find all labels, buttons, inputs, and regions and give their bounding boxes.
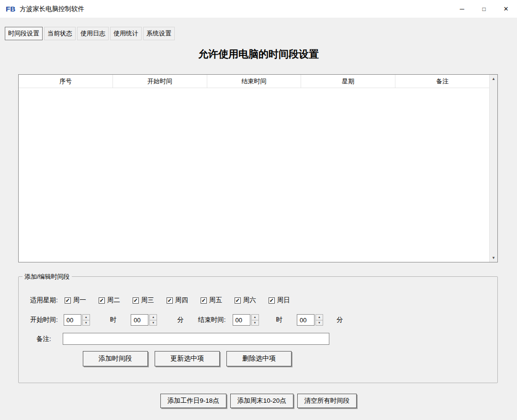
add-time-period-button[interactable]: 添加时间段 — [83, 351, 148, 366]
update-selected-button[interactable]: 更新选中项 — [155, 351, 220, 366]
clear-all-periods-button[interactable]: 清空所有时间段 — [297, 394, 357, 408]
column-header-index: 序号 — [19, 75, 113, 88]
scroll-down-button[interactable]: ▼ — [490, 254, 497, 262]
tab-usage-log[interactable]: 使用日志 — [77, 27, 109, 40]
note-label: 备注: — [36, 335, 51, 343]
weekday-row: 适用星期: ✓ 周一 ✓ 周二 ✓ 周三 ✓ 周四 ✓ 周五 ✓ 周六 ✓ 周日 — [30, 296, 303, 305]
hour-unit-label: 时 — [110, 316, 117, 324]
maximize-button[interactable]: □ — [473, 0, 495, 18]
window-controls: ─ □ ✕ — [451, 0, 517, 18]
table-scrollbar[interactable]: ▲ ▼ — [489, 75, 497, 262]
column-header-end-time: 结束时间 — [207, 75, 302, 88]
minimize-icon: ─ — [460, 5, 464, 12]
checkbox-checked-icon: ✓ — [201, 297, 207, 304]
spin-up-icon[interactable]: ▲ — [252, 315, 258, 320]
minute-unit-label: 分 — [337, 316, 343, 324]
checkbox-checked-icon: ✓ — [65, 297, 71, 304]
spin-up-icon[interactable]: ▲ — [150, 315, 157, 320]
spin-down-icon[interactable]: ▼ — [150, 320, 157, 326]
weekday-checkbox-label: 周日 — [277, 296, 290, 305]
spin-down-icon[interactable]: ▼ — [316, 320, 323, 326]
close-icon: ✕ — [504, 5, 509, 12]
group-title: 添加/编辑时间段 — [22, 272, 72, 281]
weekday-checkbox-thu[interactable]: ✓ 周四 — [167, 296, 188, 305]
end-hour-spinner: 00 ▲ ▼ — [233, 314, 259, 326]
start-hour-spinner: 00 ▲ ▼ — [64, 314, 90, 326]
weekday-checkbox-sat[interactable]: ✓ 周六 — [235, 296, 256, 305]
scrollbar-track[interactable] — [490, 83, 497, 254]
column-header-weekday: 星期 — [301, 75, 395, 88]
end-time-label: 结束时间: — [198, 316, 226, 324]
window-title: 方波家长电脑控制软件 — [20, 5, 84, 13]
minimize-button[interactable]: ─ — [451, 0, 473, 18]
table-main: 序号 开始时间 结束时间 星期 备注 — [19, 75, 489, 262]
titlebar: FB 方波家长电脑控制软件 ─ □ ✕ — [0, 0, 517, 18]
add-weekday-preset-button[interactable]: 添加工作日9-18点 — [160, 394, 226, 408]
weekday-checkbox-label: 周五 — [209, 296, 222, 305]
add-weekend-preset-button[interactable]: 添加周末10-20点 — [230, 394, 293, 408]
checkbox-checked-icon: ✓ — [235, 297, 241, 304]
checkbox-checked-icon: ✓ — [133, 297, 139, 304]
start-minute-spin-buttons: ▲ ▼ — [149, 314, 157, 326]
weekday-checkbox-label: 周六 — [243, 296, 256, 305]
editor-buttons-row: 添加时间段 更新选中项 删除选中项 — [83, 351, 292, 366]
start-minute-input[interactable]: 00 — [131, 314, 148, 326]
weekday-checkbox-mon[interactable]: ✓ 周一 — [65, 296, 86, 305]
app-logo-icon: FB — [6, 5, 15, 13]
edit-time-period-group: 添加/编辑时间段 适用星期: ✓ 周一 ✓ 周二 ✓ 周三 ✓ 周四 ✓ 周五 … — [18, 276, 498, 383]
hour-unit-label: 时 — [276, 316, 283, 324]
tab-current-status[interactable]: 当前状态 — [44, 27, 76, 40]
scroll-down-icon: ▼ — [492, 256, 495, 260]
weekday-checkbox-fri[interactable]: ✓ 周五 — [201, 296, 222, 305]
scroll-up-button[interactable]: ▲ — [490, 75, 497, 83]
maximize-icon: □ — [482, 6, 485, 12]
end-minute-spin-buttons: ▲ ▼ — [315, 314, 323, 326]
footer-buttons-row: 添加工作日9-18点 添加周末10-20点 清空所有时间段 — [0, 394, 517, 408]
start-hour-spin-buttons: ▲ ▼ — [82, 314, 90, 326]
time-row: 开始时间: 00 ▲ ▼ 时 00 ▲ ▼ 分 结束时间: 00 ▲ ▼ 时 — [30, 314, 343, 326]
tab-time-settings[interactable]: 时间段设置 — [5, 27, 43, 40]
weekday-checkbox-label: 周三 — [141, 296, 154, 305]
spin-up-icon[interactable]: ▲ — [83, 315, 90, 320]
note-input[interactable] — [63, 333, 329, 345]
spin-down-icon[interactable]: ▼ — [83, 320, 90, 326]
start-time-label: 开始时间: — [30, 316, 58, 324]
column-header-note: 备注 — [395, 75, 489, 88]
weekday-label: 适用星期: — [30, 296, 58, 305]
checkbox-checked-icon: ✓ — [269, 297, 275, 304]
end-hour-input[interactable]: 00 — [233, 314, 250, 326]
column-header-start-time: 开始时间 — [113, 75, 207, 88]
start-minute-spinner: 00 ▲ ▼ — [131, 314, 157, 326]
tab-system-settings[interactable]: 系统设置 — [143, 27, 175, 40]
tab-usage-stats[interactable]: 使用统计 — [110, 27, 142, 40]
close-button[interactable]: ✕ — [495, 0, 517, 18]
checkbox-checked-icon: ✓ — [99, 297, 105, 304]
start-hour-input[interactable]: 00 — [64, 314, 81, 326]
table-header-row: 序号 开始时间 结束时间 星期 备注 — [19, 75, 489, 88]
spin-down-icon[interactable]: ▼ — [252, 320, 258, 326]
page-title: 允许使用电脑的时间段设置 — [0, 47, 517, 61]
time-period-table: 序号 开始时间 结束时间 星期 备注 ▲ ▼ — [18, 74, 498, 262]
weekday-checkbox-label: 周四 — [175, 296, 188, 305]
end-hour-spin-buttons: ▲ ▼ — [251, 314, 259, 326]
end-minute-input[interactable]: 00 — [297, 314, 315, 326]
delete-selected-button[interactable]: 删除选中项 — [226, 351, 292, 366]
minute-unit-label: 分 — [177, 316, 184, 324]
note-row: 备注: — [36, 333, 329, 345]
weekday-checkbox-sun[interactable]: ✓ 周日 — [269, 296, 290, 305]
weekday-checkbox-label: 周一 — [73, 296, 86, 305]
checkbox-checked-icon: ✓ — [167, 297, 173, 304]
weekday-checkbox-wed[interactable]: ✓ 周三 — [133, 296, 154, 305]
table-body[interactable] — [19, 88, 489, 262]
end-minute-spinner: 00 ▲ ▼ — [297, 314, 323, 326]
weekday-checkbox-tue[interactable]: ✓ 周二 — [99, 296, 120, 305]
weekday-checkbox-label: 周二 — [107, 296, 120, 305]
tab-bar: 时间段设置 当前状态 使用日志 使用统计 系统设置 — [5, 27, 175, 40]
scroll-up-icon: ▲ — [492, 77, 495, 81]
spin-up-icon[interactable]: ▲ — [316, 315, 323, 320]
